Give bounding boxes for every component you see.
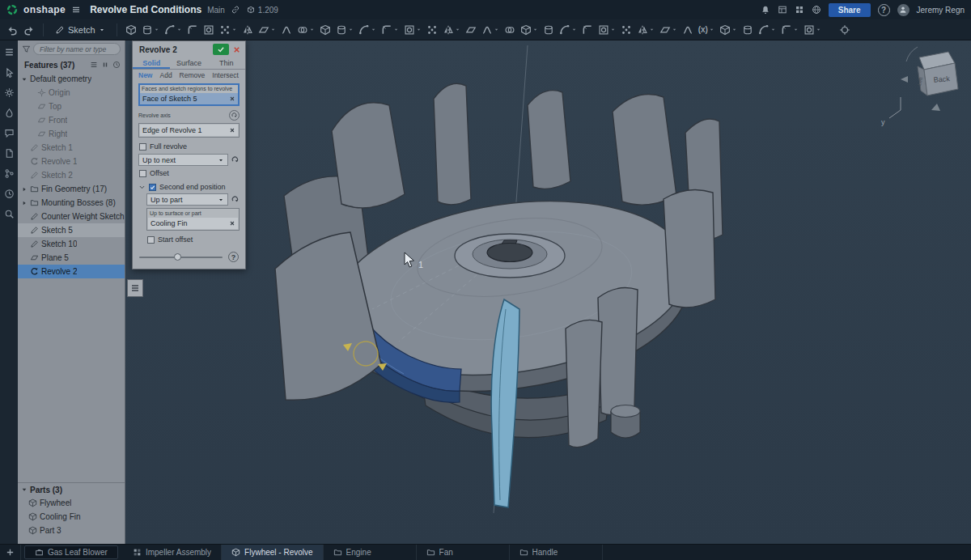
help-icon[interactable]: ? [228,252,239,262]
sketch-button[interactable]: Sketch [50,23,110,36]
help-button[interactable]: ? [878,4,890,16]
tab-fan[interactable]: Fan [417,545,510,560]
mode-add[interactable]: Add [159,71,172,79]
appearance-panel-button[interactable] [4,108,15,118]
feature-item-origin[interactable]: Origin [18,86,125,100]
move-face-tool-button[interactable] [519,23,540,37]
plane-tool-button[interactable] [596,23,617,37]
select-panel-button[interactable] [4,67,15,78]
variable-tool-button[interactable]: (x) [697,23,716,36]
axis-selection-item[interactable]: Edge of Revolve 1 [140,125,238,136]
axis-selection-group[interactable]: Edge of Revolve 1 [138,123,240,138]
start-offset-checkbox[interactable] [147,236,155,244]
full-revolve-checkbox[interactable] [139,143,146,151]
tab-solid[interactable]: Solid [133,57,170,69]
spreadsheet-reports-button[interactable] [778,5,787,15]
faces-selection-item[interactable]: Face of Sketch 5 [140,93,238,104]
shell-tool-button[interactable] [279,23,294,37]
point-tool-button[interactable] [635,23,656,37]
custom-feature-tool-button[interactable] [802,23,823,37]
new-tab-button[interactable] [0,545,21,560]
offset-surface-tool-button[interactable] [464,23,478,37]
pause-header-button[interactable] [101,61,109,69]
sweep-tool-button[interactable] [163,23,184,37]
faces-selection-group[interactable]: Faces and sketch regions to revolve Face… [138,83,240,106]
cancel-button[interactable] [232,45,241,54]
history-panel-button[interactable] [4,189,15,199]
circular-pattern-tool-button[interactable] [357,23,378,37]
feature-item-revolve-1[interactable]: Revolve 1 [18,155,125,168]
thicken-tool-button[interactable] [201,23,216,37]
history-header-button[interactable] [112,61,121,69]
flip-direction-button[interactable] [231,155,240,164]
linear-pattern-tool-button[interactable] [334,23,355,37]
tab-engine[interactable]: Engine [324,545,417,560]
sheet-metal-tool-button[interactable] [757,23,778,37]
mode-intersect[interactable]: Intersect [212,71,239,79]
feature-list-panel-button[interactable] [4,47,15,57]
offset-checkbox[interactable] [139,170,146,177]
second-end-row[interactable]: Second end position [133,180,245,193]
opacity-slider[interactable] [139,257,223,258]
replace-face-tool-button[interactable] [541,23,556,37]
filter-input[interactable] [33,43,121,55]
view-cube[interactable]: Back Left [901,47,958,111]
learning-center-button[interactable] [812,5,821,15]
mode-new[interactable]: New [138,71,152,79]
feature-item-right[interactable]: Right [18,127,125,141]
remove-selection-icon[interactable] [229,220,235,227]
user-avatar[interactable] [897,4,910,16]
flip-direction-button[interactable] [231,195,240,204]
boundary-surface-tool-button[interactable] [480,23,501,37]
feature-item-default-geometry[interactable]: Default geometry [18,72,125,86]
feature-item-sketch-5[interactable]: Sketch 5 [18,223,125,237]
feature-item-revolve-2[interactable]: Revolve 2 [18,265,125,278]
mate-connector-button[interactable] [229,110,240,121]
slider-knob[interactable] [174,253,181,261]
feature-item-counter-weight-sketch[interactable]: Counter Weight Sketch [18,210,125,223]
version-indicator[interactable]: 1.209 [246,5,278,15]
end-condition-select[interactable]: Up to next [138,154,228,166]
frame-tool-button[interactable] [779,23,800,37]
upto-selection-group[interactable]: Up to surface or part Cooling Fin [146,208,240,231]
tab-handle[interactable]: Handle [510,545,603,560]
part-item-cooling-fin[interactable]: Cooling Fin [18,510,125,524]
full-revolve-row[interactable]: Full revolve [133,140,245,153]
upto-selection-item[interactable]: Cooling Fin [148,218,238,229]
confirm-button[interactable] [213,44,229,55]
notifications-bell-button[interactable] [761,5,770,15]
app-store-button[interactable] [795,5,804,15]
3d-scene[interactable]: 1 Back Left y [125,40,971,544]
feature-item-plane-5[interactable]: Plane 5 [18,251,125,265]
undo-button[interactable] [5,23,19,37]
parts-header[interactable]: Parts (3) [18,483,125,496]
feature-item-sketch-1[interactable]: Sketch 1 [18,141,125,155]
main-menu-button[interactable] [71,5,81,15]
feature-item-top[interactable]: Top [18,100,125,113]
tab-gas-leaf-blower[interactable]: Gas Leaf Blower [24,545,118,559]
tab-thin[interactable]: Thin [208,57,245,69]
feature-item-front[interactable]: Front [18,113,125,127]
configurations-panel-button[interactable] [4,87,15,98]
feature-item-fin-geometry-17[interactable]: Fin Geometry (17) [18,182,125,196]
modify-fillet-tool-button[interactable] [580,23,595,37]
hole-tool-button[interactable] [295,23,316,37]
draft-tool-button[interactable] [257,23,278,37]
copy-link-button[interactable] [231,5,240,15]
boolean-tool-button[interactable] [402,23,423,37]
tab-surface[interactable]: Surface [170,57,207,69]
text-tool-button[interactable] [681,23,695,37]
user-name[interactable]: Jeremy Regn [917,6,965,15]
rib-tool-button[interactable] [318,23,333,37]
zoom-to-fit-tool-button[interactable] [837,23,852,37]
comments-panel-button[interactable] [4,128,15,138]
fillet-tool-button[interactable] [218,23,239,37]
tab-flywheel-revolve[interactable]: Flywheel - Revolve [222,545,323,560]
transform-tool-button[interactable] [441,23,462,37]
second-end-checkbox[interactable] [149,184,156,191]
offset-row[interactable]: Offset [133,167,245,180]
document-panel-button[interactable] [4,148,15,159]
feature-dialog-list-button[interactable] [127,279,143,297]
revolve-tool-button[interactable] [140,23,161,37]
delete-face-tool-button[interactable] [558,23,579,37]
